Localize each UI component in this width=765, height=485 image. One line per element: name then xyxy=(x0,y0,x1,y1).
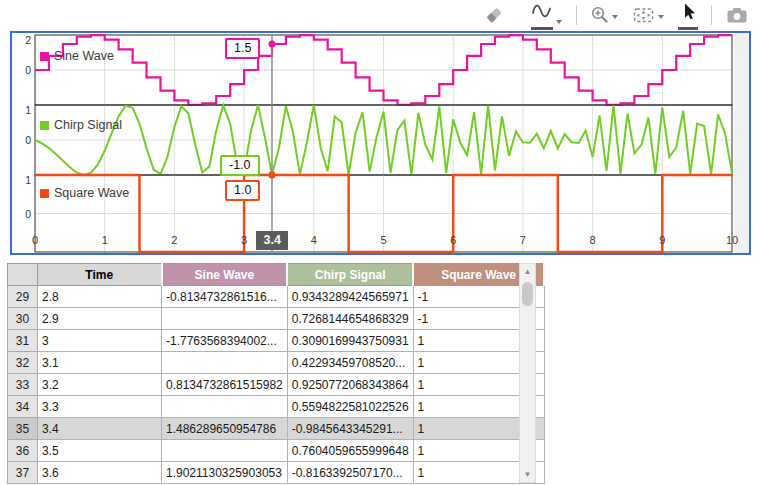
cell-time[interactable]: 3.5 xyxy=(38,440,162,462)
table-row: 343.30.55948225810225261 xyxy=(8,396,545,418)
table-row: 323.10.42293459708520...1 xyxy=(8,352,545,374)
row-number-cell[interactable]: 36 xyxy=(8,440,38,462)
scope-view[interactable]: 201010012345678910 Sine Wave Chirp Signa… xyxy=(10,31,751,255)
scroll-down-button[interactable]: ▼ xyxy=(520,467,535,482)
svg-text:6: 6 xyxy=(450,234,456,246)
signal-wave-icon xyxy=(531,1,553,21)
cell-chirp[interactable]: 0.42293459708520... xyxy=(287,352,413,374)
cell-time[interactable]: 2.9 xyxy=(38,308,162,330)
cell-time[interactable]: 3 xyxy=(38,330,162,352)
svg-text:1: 1 xyxy=(102,234,108,246)
chevron-down-icon xyxy=(657,7,665,25)
svg-text:10: 10 xyxy=(726,234,738,246)
cell-time[interactable]: 3.1 xyxy=(38,352,162,374)
row-number-cell[interactable]: 32 xyxy=(8,352,38,374)
table-scrollbar[interactable]: ▲ ▼ xyxy=(519,263,536,483)
row-number-cell[interactable]: 37 xyxy=(8,462,38,484)
cell-sine[interactable]: -1.7763568394002... xyxy=(162,330,288,352)
toolbar-separator xyxy=(711,5,712,25)
cell-sine[interactable] xyxy=(162,396,288,418)
svg-text:0: 0 xyxy=(32,234,38,246)
table-row: 353.41.486289650954786-0.9845643345291..… xyxy=(8,418,545,440)
zoom-in-icon xyxy=(590,5,609,25)
cell-chirp[interactable]: -0.8163392507170... xyxy=(287,462,413,484)
legend-square-wave: Square Wave xyxy=(40,186,129,200)
square-wave-swatch xyxy=(40,189,49,198)
table-row: 292.8-0.8134732861516...0.93432894245659… xyxy=(8,286,545,308)
cell-sine[interactable]: 0.8134732861515982 xyxy=(162,374,288,396)
column-header-time[interactable]: Time xyxy=(38,264,162,286)
cell-chirp[interactable]: -0.9845643345291... xyxy=(287,418,413,440)
cell-time[interactable]: 3.3 xyxy=(38,396,162,418)
row-number-cell[interactable]: 29 xyxy=(8,286,38,308)
pointer-tool[interactable] xyxy=(678,1,698,30)
snapshot-button[interactable] xyxy=(725,5,749,25)
legend-label: Square Wave xyxy=(54,186,129,200)
signal-display-tool[interactable] xyxy=(531,1,563,30)
cell-chirp[interactable]: 0.9250772068343864 xyxy=(287,374,413,396)
scope-plot-area[interactable]: 201010012345678910 xyxy=(12,33,749,253)
camera-icon xyxy=(725,5,749,25)
column-header-sine-wave[interactable]: Sine Wave xyxy=(162,264,288,286)
cell-chirp[interactable]: 0.5594822581022526 xyxy=(287,396,413,418)
row-number-cell[interactable]: 33 xyxy=(8,374,38,396)
cell-chirp[interactable]: 0.7604059655999648 xyxy=(287,440,413,462)
cursor-value-chirp: -1.0 xyxy=(220,155,260,176)
table-row: 373.61.9021130325903053-0.8163392507170.… xyxy=(8,462,545,484)
cell-sine[interactable]: -0.8134732861516... xyxy=(162,286,288,308)
table-corner-header xyxy=(8,264,38,286)
cell-time[interactable]: 2.8 xyxy=(38,286,162,308)
cell-time[interactable]: 3.4 xyxy=(38,418,162,440)
cell-chirp[interactable]: 0.7268144654868329 xyxy=(287,308,413,330)
legend-label: Sine Wave xyxy=(54,49,114,63)
svg-text:4: 4 xyxy=(311,234,317,246)
zoom-in-tool[interactable] xyxy=(590,5,619,25)
svg-text:5: 5 xyxy=(380,234,386,246)
eraser-icon xyxy=(484,5,504,25)
active-tool-underline xyxy=(678,1,698,30)
scroll-up-button[interactable]: ▲ xyxy=(520,264,535,279)
row-number-cell[interactable]: 31 xyxy=(8,330,38,352)
chevron-down-icon xyxy=(611,7,619,25)
cell-time[interactable]: 3.2 xyxy=(38,374,162,396)
legend-sine-wave: Sine Wave xyxy=(40,49,114,63)
row-number-cell[interactable]: 34 xyxy=(8,396,38,418)
cell-sine[interactable] xyxy=(162,308,288,330)
svg-text:0: 0 xyxy=(25,208,31,220)
row-number-cell[interactable]: 35 xyxy=(8,418,38,440)
cell-sine[interactable] xyxy=(162,352,288,374)
table-row: 313-1.7763568394002...0.3090169943750931… xyxy=(8,330,545,352)
table-row: 363.50.76040596559996481 xyxy=(8,440,545,462)
cell-time[interactable]: 3.6 xyxy=(38,462,162,484)
table-row: 302.90.7268144654868329-1 xyxy=(8,308,545,330)
column-header-chirp-signal[interactable]: Chirp Signal xyxy=(287,264,413,286)
svg-text:1: 1 xyxy=(25,174,31,186)
cell-sine[interactable]: 1.486289650954786 xyxy=(162,418,288,440)
svg-text:0: 0 xyxy=(25,64,31,76)
chevron-down-icon xyxy=(555,12,563,30)
active-tool-underline xyxy=(531,1,553,30)
cursor-time-box[interactable]: 3.4 xyxy=(256,231,287,250)
svg-text:7: 7 xyxy=(520,234,526,246)
legend-label: Chirp Signal xyxy=(54,118,122,132)
chirp-signal-swatch xyxy=(40,121,49,130)
signal-data-table: TimeSine WaveChirp SignalSquare Wave 292… xyxy=(7,263,545,484)
scrollbar-thumb[interactable] xyxy=(522,282,533,306)
table-row: 333.20.81347328615159820.925077206834386… xyxy=(8,374,545,396)
toolbar xyxy=(0,0,755,30)
cell-chirp[interactable]: 0.3090169943750931 xyxy=(287,330,413,352)
svg-text:2: 2 xyxy=(171,234,177,246)
svg-text:9: 9 xyxy=(659,234,665,246)
fit-to-view-tool[interactable] xyxy=(632,5,665,25)
svg-text:8: 8 xyxy=(590,234,596,246)
eraser-button[interactable] xyxy=(484,5,504,25)
svg-text:0: 0 xyxy=(25,134,31,146)
cell-sine[interactable]: 1.9021130325903053 xyxy=(162,462,288,484)
svg-text:1: 1 xyxy=(25,104,31,116)
svg-text:3: 3 xyxy=(241,234,247,246)
cell-sine[interactable] xyxy=(162,440,288,462)
sine-wave-swatch xyxy=(40,52,49,61)
svg-text:2: 2 xyxy=(25,34,31,46)
cell-chirp[interactable]: 0.9343289424565971 xyxy=(287,286,413,308)
row-number-cell[interactable]: 30 xyxy=(8,308,38,330)
